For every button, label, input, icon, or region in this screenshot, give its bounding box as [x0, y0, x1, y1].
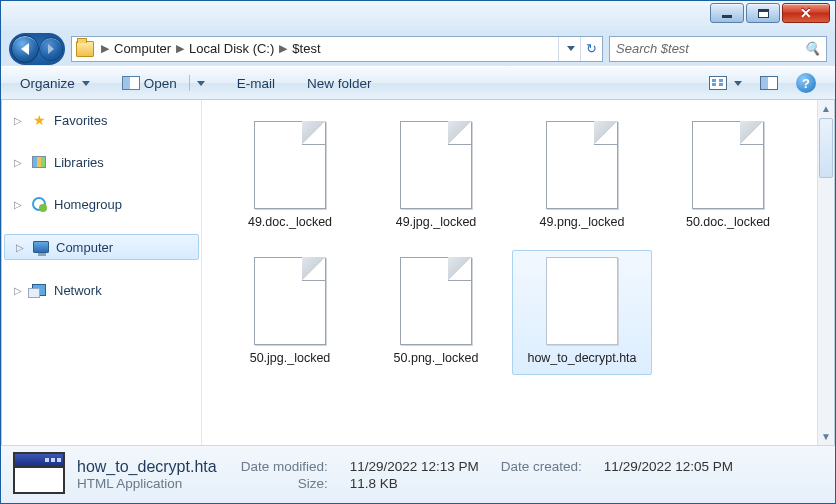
file-name: 49.png._locked	[540, 215, 625, 231]
sidebar-label: Libraries	[54, 155, 104, 170]
expander-icon[interactable]: ▷	[14, 285, 24, 296]
file-name: 50.png._locked	[394, 351, 479, 367]
expander-icon[interactable]: ▷	[14, 157, 24, 168]
crumb-computer[interactable]: Computer	[110, 41, 175, 56]
document-icon	[546, 121, 618, 209]
details-created-label: Date created:	[501, 459, 582, 474]
file-name: 50.jpg._locked	[250, 351, 331, 367]
back-button[interactable]	[11, 35, 39, 63]
sidebar-item-libraries[interactable]: ▷ Libraries	[2, 150, 201, 174]
close-icon: ✕	[800, 6, 812, 20]
search-placeholder: Search $test	[616, 41, 689, 56]
email-button[interactable]: E-mail	[228, 72, 284, 95]
view-icon	[709, 76, 727, 90]
star-icon: ★	[30, 112, 48, 128]
expander-icon[interactable]: ▷	[14, 199, 24, 210]
details-size-value: 11.8 KB	[350, 476, 479, 491]
minimize-button[interactable]	[710, 3, 744, 23]
address-bar[interactable]: ▶ Computer ▶ Local Disk (C:) ▶ $test ↻	[71, 36, 603, 62]
close-button[interactable]: ✕	[782, 3, 830, 23]
folder-icon	[76, 41, 94, 57]
file-tile[interactable]: 50.jpg._locked	[220, 250, 360, 376]
crumb-localdisk[interactable]: Local Disk (C:)	[185, 41, 278, 56]
file-tile[interactable]: 49.jpg._locked	[366, 114, 506, 240]
client-area: ▷ ★ Favorites ▷ Libraries ▷ Homegroup ▷ …	[1, 100, 835, 445]
details-created-value: 11/29/2022 12:05 PM	[604, 459, 733, 474]
file-tile[interactable]: how_to_decrypt.hta	[512, 250, 652, 376]
address-dropdown[interactable]	[558, 37, 580, 61]
help-icon: ?	[796, 73, 816, 93]
crumb-sep-icon: ▶	[175, 42, 185, 55]
navigation-row: ▶ Computer ▶ Local Disk (C:) ▶ $test ↻ S…	[1, 31, 835, 66]
search-input[interactable]: Search $test 🔍	[609, 36, 827, 62]
details-modified-value: 11/29/2022 12:13 PM	[350, 459, 479, 474]
explorer-window: ✕ ▶ Computer ▶ Local Disk (C:) ▶ $test ↻…	[0, 0, 836, 504]
file-grid[interactable]: 49.doc._locked49.jpg._locked49.png._lock…	[202, 100, 817, 445]
chevron-down-icon	[197, 81, 205, 86]
sidebar-item-favorites[interactable]: ▷ ★ Favorites	[2, 108, 201, 132]
refresh-button[interactable]: ↻	[580, 37, 602, 61]
sidebar-label: Network	[54, 283, 102, 298]
open-icon	[122, 76, 140, 90]
sidebar-item-computer[interactable]: ▷ Computer	[4, 234, 199, 260]
expander-icon[interactable]: ▷	[14, 115, 24, 126]
file-tile[interactable]: 49.png._locked	[512, 114, 652, 240]
sidebar-label: Computer	[56, 240, 113, 255]
file-name: 49.jpg._locked	[396, 215, 477, 231]
search-icon: 🔍	[804, 41, 820, 56]
crumb-sep-icon: ▶	[100, 42, 110, 55]
document-icon	[400, 121, 472, 209]
organize-label: Organize	[20, 76, 75, 91]
chevron-down-icon	[734, 81, 742, 86]
forward-button[interactable]	[39, 37, 63, 61]
crumb-folder[interactable]: $test	[288, 41, 324, 56]
titlebar: ✕	[1, 1, 835, 31]
crumb-sep-icon: ▶	[278, 42, 288, 55]
sidebar-label: Homegroup	[54, 197, 122, 212]
file-tile[interactable]: 49.doc._locked	[220, 114, 360, 240]
arrow-right-icon	[48, 44, 54, 54]
scroll-up-icon[interactable]: ▲	[818, 100, 834, 117]
open-button[interactable]: Open	[113, 71, 214, 95]
chevron-down-icon	[82, 81, 90, 86]
homegroup-icon	[30, 196, 48, 212]
details-modified-label: Date modified:	[241, 459, 328, 474]
details-pane: how_to_decrypt.hta HTML Application Date…	[1, 445, 835, 503]
details-size-label: Size:	[241, 476, 328, 491]
scroll-thumb[interactable]	[819, 118, 833, 178]
details-filename: how_to_decrypt.hta	[77, 458, 217, 476]
view-button[interactable]	[700, 72, 751, 94]
file-name: 50.doc._locked	[686, 215, 770, 231]
libraries-icon	[30, 154, 48, 170]
document-icon	[254, 257, 326, 345]
file-tile[interactable]: 50.doc._locked	[658, 114, 798, 240]
file-view: 49.doc._locked49.jpg._locked49.png._lock…	[202, 100, 834, 445]
newfolder-label: New folder	[307, 76, 372, 91]
navigation-pane[interactable]: ▷ ★ Favorites ▷ Libraries ▷ Homegroup ▷ …	[2, 100, 202, 445]
pane-icon	[760, 76, 778, 90]
organize-button[interactable]: Organize	[11, 72, 99, 95]
network-icon	[30, 282, 48, 298]
file-name: 49.doc._locked	[248, 215, 332, 231]
email-label: E-mail	[237, 76, 275, 91]
sidebar-label: Favorites	[54, 113, 107, 128]
hta-icon	[546, 257, 618, 345]
file-name: how_to_decrypt.hta	[527, 351, 636, 367]
scroll-down-icon[interactable]: ▼	[818, 428, 834, 445]
minimize-icon	[722, 15, 732, 18]
previewpane-button[interactable]	[751, 72, 787, 94]
expander-icon[interactable]: ▷	[16, 242, 26, 253]
computer-icon	[32, 239, 50, 255]
help-button[interactable]: ?	[787, 69, 825, 97]
details-thumbnail	[11, 452, 67, 498]
file-tile[interactable]: 50.png._locked	[366, 250, 506, 376]
chevron-down-icon	[567, 46, 575, 51]
document-icon	[692, 121, 764, 209]
sidebar-item-network[interactable]: ▷ Network	[2, 278, 201, 302]
sidebar-item-homegroup[interactable]: ▷ Homegroup	[2, 192, 201, 216]
newfolder-button[interactable]: New folder	[298, 72, 381, 95]
maximize-button[interactable]	[746, 3, 780, 23]
arrow-left-icon	[21, 43, 29, 55]
document-icon	[254, 121, 326, 209]
vertical-scrollbar[interactable]: ▲ ▼	[817, 100, 834, 445]
